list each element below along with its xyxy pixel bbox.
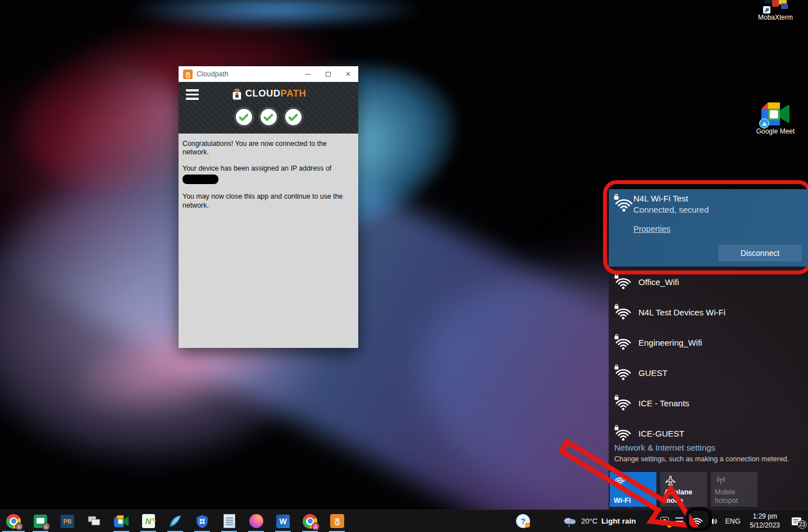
taskbar-word[interactable]: W bbox=[270, 510, 296, 532]
check-circle-icon bbox=[234, 107, 254, 127]
taskbar-google-chat[interactable]: A bbox=[27, 510, 54, 532]
word-icon: W bbox=[276, 515, 290, 528]
network-ssid: N4L Test Devices Wi-Fi bbox=[638, 308, 725, 317]
taskbar-remote-desktop[interactable]: ✦ bbox=[81, 510, 108, 532]
airplane-icon bbox=[664, 475, 677, 487]
maximize-button[interactable] bbox=[318, 66, 338, 82]
action-center-button[interactable]: 23 bbox=[784, 510, 808, 532]
minimize-button[interactable] bbox=[298, 66, 318, 82]
wifi-network-flyout: N4L Wi-Fi Test Connected, secured Proper… bbox=[609, 189, 808, 510]
mobile-hotspot-tile[interactable]: Mobile hotspot bbox=[711, 472, 757, 507]
taskbar-shield-app[interactable] bbox=[189, 510, 216, 532]
wifi-icon bbox=[614, 475, 626, 486]
wifi-secured-icon bbox=[614, 364, 631, 381]
notification-dot bbox=[667, 523, 672, 528]
tray-list-icon[interactable] bbox=[673, 515, 686, 528]
wifi-secured-icon bbox=[614, 304, 631, 320]
cloudpath-lock-icon bbox=[231, 87, 243, 100]
temperature: 20°C bbox=[581, 517, 597, 525]
taskbar-chrome[interactable]: A bbox=[0, 510, 27, 532]
notification-dot bbox=[525, 522, 530, 528]
wifi-network-item[interactable]: GUEST bbox=[609, 357, 808, 388]
desktop-icon-google-meet[interactable]: Google Meet bbox=[750, 102, 801, 135]
google-meet-icon bbox=[761, 102, 789, 127]
connected-network-item[interactable]: N4L Wi-Fi Test Connected, secured Proper… bbox=[609, 189, 808, 267]
taskbar-color-browser[interactable] bbox=[243, 510, 270, 532]
desktop-icon-label: Google Meet bbox=[756, 127, 795, 135]
taskbar-notepad-plus-plus[interactable]: N✎ bbox=[135, 510, 162, 532]
tray-wifi-icon[interactable] bbox=[687, 512, 706, 531]
taskbar-chrome-profile2[interactable]: A bbox=[296, 510, 323, 532]
redacted-ip-address bbox=[182, 175, 218, 184]
close-button[interactable]: ✕ bbox=[338, 66, 358, 82]
cloudpath-app-icon bbox=[183, 70, 193, 79]
network-ssid: ICE-GUEST bbox=[638, 429, 684, 438]
wifi-network-item[interactable]: ICE - Tenants bbox=[609, 388, 808, 418]
wifi-secured-icon bbox=[614, 273, 631, 290]
profile-avatar-badge: A bbox=[15, 522, 23, 530]
network-internet-settings-link[interactable]: Network & Internet settings bbox=[614, 443, 802, 452]
taskbar-cloudpath[interactable] bbox=[323, 510, 350, 532]
tile-label: Wi-Fi bbox=[614, 497, 631, 505]
powerbuilder-icon: PB bbox=[61, 515, 74, 528]
remote-desktop-icon: ✦ bbox=[87, 514, 102, 529]
tray-teams-icon[interactable] bbox=[659, 515, 671, 528]
winscp-icon bbox=[168, 514, 182, 529]
congrats-message: Congratulations! You are now connected t… bbox=[182, 140, 354, 157]
help-icon[interactable]: ? bbox=[516, 514, 530, 528]
taskbar-pinned-apps: A A PB ✦ N✎ bbox=[0, 510, 350, 532]
wifi-secured-icon bbox=[614, 425, 631, 442]
date: 5/12/2023 bbox=[750, 521, 780, 530]
language-indicator[interactable]: ENG bbox=[725, 517, 741, 525]
check-circle-icon bbox=[258, 107, 279, 127]
wallpaper-top-blue-sliver bbox=[124, 0, 427, 29]
close-app-message: You may now close this app and continue … bbox=[182, 192, 354, 209]
rain-cloud-icon bbox=[563, 516, 577, 527]
weather-widget[interactable]: 20°C Light rain bbox=[563, 516, 636, 527]
ip-message: Your device has been assigned an IP addr… bbox=[182, 164, 354, 173]
wifi-tile[interactable]: Wi-Fi bbox=[610, 472, 656, 507]
profile-avatar-badge: A bbox=[312, 522, 319, 530]
properties-link[interactable]: Properties bbox=[633, 224, 670, 233]
wifi-network-item[interactable]: N4L Test Devices Wi-Fi bbox=[609, 297, 808, 327]
notepad-plus-plus-icon: N✎ bbox=[142, 514, 155, 528]
disconnect-button[interactable]: Disconnect bbox=[718, 245, 802, 262]
google-meet-icon bbox=[114, 515, 129, 528]
desktop-icon-mobaxterm[interactable]: ↗ MobaXterm bbox=[750, 0, 801, 21]
wifi-network-item[interactable]: Office_Wifi bbox=[609, 267, 808, 297]
taskbar-notepad[interactable] bbox=[216, 510, 243, 532]
cloudpath-window: Cloudpath ✕ CLOUDPATH bbox=[179, 66, 358, 348]
weather-condition: Light rain bbox=[601, 517, 636, 525]
system-tray: ? 20°C Light rain ⌃ bbox=[516, 510, 808, 532]
check-circle-icon bbox=[283, 107, 304, 127]
hidden-icons-chevron[interactable]: ⌃ bbox=[644, 517, 658, 525]
taskbar-powerbuilder[interactable]: PB bbox=[54, 510, 81, 532]
network-settings-section: Network & Internet settings Change setti… bbox=[609, 443, 808, 463]
airplane-mode-tile[interactable]: Airplane mode bbox=[660, 472, 707, 507]
network-ssid: Office_Wifi bbox=[638, 277, 679, 287]
cloudpath-logo: CLOUDPATH bbox=[179, 87, 358, 100]
settings-hint: Change settings, such as making a connec… bbox=[614, 455, 802, 463]
taskbar: A A PB ✦ N✎ bbox=[0, 510, 808, 532]
progress-checkmarks bbox=[179, 107, 358, 127]
cloudpath-icon bbox=[330, 514, 344, 528]
network-ssid: ICE - Tenants bbox=[638, 398, 690, 408]
taskbar-google-meet[interactable] bbox=[108, 510, 135, 532]
cloudpath-header: CLOUDPATH bbox=[179, 82, 358, 134]
taskbar-winscp[interactable] bbox=[162, 510, 189, 532]
cloudpath-titlebar[interactable]: Cloudpath ✕ bbox=[179, 66, 358, 82]
wifi-secured-icon bbox=[614, 395, 631, 411]
time: 1:29 pm bbox=[750, 512, 780, 521]
connection-status: Connected, secured bbox=[633, 205, 709, 214]
notepad-icon bbox=[223, 514, 235, 528]
clock[interactable]: 1:29 pm 5/12/2023 bbox=[750, 512, 780, 530]
wifi-network-item[interactable]: Engineering_Wifi bbox=[609, 327, 808, 357]
volume-icon[interactable] bbox=[706, 516, 720, 526]
tile-label: Airplane mode bbox=[664, 488, 707, 505]
desktop-icon-label: MobaXterm bbox=[758, 13, 793, 21]
mobaxterm-icon: ↗ bbox=[763, 0, 788, 13]
network-ssid: Engineering_Wifi bbox=[638, 338, 702, 347]
shield-icon bbox=[195, 514, 209, 529]
cloudpath-body: Congratulations! You are now connected t… bbox=[179, 134, 358, 224]
wifi-secured-icon bbox=[614, 194, 633, 213]
